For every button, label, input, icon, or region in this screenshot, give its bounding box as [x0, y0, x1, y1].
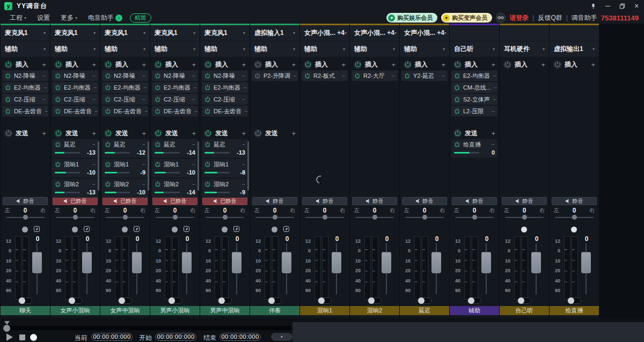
pan-slider[interactable] [105, 214, 145, 221]
mute-button[interactable]: 静音 [402, 197, 447, 205]
insert-effect-item[interactable]: N2-降噪 − [52, 70, 98, 81]
send-slider[interactable] [454, 152, 479, 154]
send-slider[interactable] [204, 192, 230, 193]
monitor-dot[interactable] [272, 227, 277, 232]
add-insert-icon[interactable]: + [192, 61, 196, 69]
aux-select[interactable]: 辅助 ▾ [200, 41, 250, 57]
scrollbar[interactable] [247, 141, 249, 191]
buy-entertainment-member-button[interactable]: ♥ 购买娱乐会员 [386, 13, 437, 23]
add-insert-icon[interactable]: + [391, 61, 396, 69]
insert-power-icon[interactable] [104, 61, 112, 69]
mute-button[interactable]: 已静音 [202, 197, 247, 205]
pan-knob[interactable] [123, 215, 128, 220]
send-item[interactable]: 混响2 − -13 [52, 179, 98, 198]
insert-effect-item[interactable]: S2-立体声 − [451, 94, 497, 105]
stereo-toggle[interactable] [467, 297, 481, 304]
aux-select[interactable]: 辅助 ▾ [50, 41, 100, 57]
send-slider[interactable] [155, 172, 180, 173]
remove-icon[interactable]: − [94, 108, 98, 114]
mute-button[interactable]: 静音 [302, 197, 347, 205]
send-slider[interactable] [55, 172, 80, 173]
send-item-power-icon[interactable] [454, 141, 460, 148]
send-power-icon[interactable] [453, 129, 462, 137]
send-slider[interactable] [105, 192, 130, 193]
aux-select[interactable]: 辅助 ▾ [250, 41, 299, 57]
effect-power-icon[interactable] [155, 84, 161, 91]
pan-slider[interactable] [454, 214, 495, 221]
add-insert-icon[interactable]: + [341, 61, 346, 69]
remove-icon[interactable]: − [143, 84, 147, 91]
effect-power-icon[interactable] [105, 84, 111, 91]
simple-mode-badge[interactable]: 精简 [130, 13, 151, 23]
remove-icon[interactable]: − [242, 141, 245, 148]
stereo-toggle[interactable] [68, 297, 82, 304]
effect-power-icon[interactable] [5, 108, 11, 114]
mute-button[interactable]: 静音 [452, 197, 497, 205]
insert-effect-item[interactable]: N2-降噪 − [102, 70, 148, 81]
add-insert-icon[interactable]: + [241, 61, 246, 69]
effect-power-icon[interactable] [204, 108, 211, 114]
stereo-toggle[interactable] [118, 297, 132, 304]
effect-power-icon[interactable] [254, 72, 261, 79]
scrollbar[interactable] [197, 141, 199, 191]
insert-effect-item[interactable]: DE-去齿音 − [52, 106, 98, 117]
playhead-handle[interactable] [3, 325, 10, 332]
pan-knob[interactable] [273, 215, 277, 220]
stereo-toggle[interactable] [418, 297, 431, 304]
pan-knob[interactable] [522, 215, 527, 220]
add-send-icon[interactable]: + [241, 129, 246, 137]
mute-button[interactable]: 静音 [552, 197, 597, 205]
send-item[interactable]: 混响2 − -10 [102, 179, 148, 198]
stereo-toggle[interactable] [18, 297, 32, 304]
effect-power-icon[interactable] [55, 72, 61, 79]
effect-power-icon[interactable] [5, 96, 11, 103]
remove-icon[interactable]: − [92, 141, 96, 148]
effect-power-icon[interactable] [204, 96, 211, 103]
glasses-avatar-icon[interactable] [496, 13, 506, 23]
send-item-power-icon[interactable] [204, 141, 211, 148]
pan-slider[interactable] [254, 214, 295, 221]
insert-effect-item[interactable]: C2-压缩 − [102, 94, 148, 105]
effect-power-icon[interactable] [105, 108, 111, 114]
insert-effect-item[interactable]: C2-压缩 − [2, 94, 48, 105]
insert-effect-item[interactable]: E2-均衡器 − [202, 82, 248, 93]
remove-icon[interactable]: − [43, 84, 47, 91]
insert-power-icon[interactable] [154, 61, 162, 69]
send-slider[interactable] [105, 172, 130, 173]
remove-icon[interactable]: − [242, 181, 245, 187]
menu-voice-assistant[interactable]: 电音助手 ♪ [84, 13, 127, 23]
buy-voice-member-button[interactable]: ♥ 购买变声会员 [441, 13, 492, 23]
insert-power-icon[interactable] [404, 61, 412, 69]
add-insert-icon[interactable]: + [491, 61, 495, 69]
insert-effect-item[interactable]: E2-均衡器 − [52, 82, 98, 93]
insert-effect-item[interactable]: E2-均衡器 − [451, 70, 497, 81]
monitor-dot[interactable] [72, 227, 78, 232]
send-item[interactable]: 混响1 − -8 [202, 159, 248, 178]
effect-power-icon[interactable] [105, 72, 111, 79]
mute-button[interactable]: 静音 [3, 197, 48, 205]
mute-button[interactable]: 已静音 [53, 197, 98, 205]
effect-power-icon[interactable] [155, 72, 161, 79]
remove-icon[interactable]: − [492, 108, 495, 114]
remove-icon[interactable]: − [192, 96, 195, 103]
remove-icon[interactable]: − [194, 108, 197, 114]
add-insert-icon[interactable]: + [291, 61, 296, 69]
mute-button[interactable]: 静音 [252, 197, 297, 205]
pan-slider[interactable] [204, 214, 245, 221]
add-insert-icon[interactable]: + [591, 61, 595, 69]
effect-power-icon[interactable] [454, 84, 460, 91]
add-insert-icon[interactable]: + [42, 61, 46, 69]
record-arm-icon[interactable] [134, 226, 140, 232]
aux-select[interactable]: 耳机硬件 ▾ [500, 41, 549, 57]
effect-power-icon[interactable] [354, 72, 361, 79]
effect-power-icon[interactable] [55, 84, 61, 91]
monitor-dot[interactable] [571, 227, 577, 232]
effect-power-icon[interactable] [155, 108, 161, 114]
send-item-power-icon[interactable] [204, 161, 211, 168]
monitor-dot[interactable] [122, 227, 128, 232]
insert-effect-item[interactable]: P2-升降调 − [252, 70, 298, 81]
add-send-icon[interactable]: + [291, 129, 296, 137]
send-power-icon[interactable] [54, 129, 62, 137]
pan-knob[interactable] [372, 215, 377, 220]
pan-slider[interactable] [504, 214, 545, 221]
